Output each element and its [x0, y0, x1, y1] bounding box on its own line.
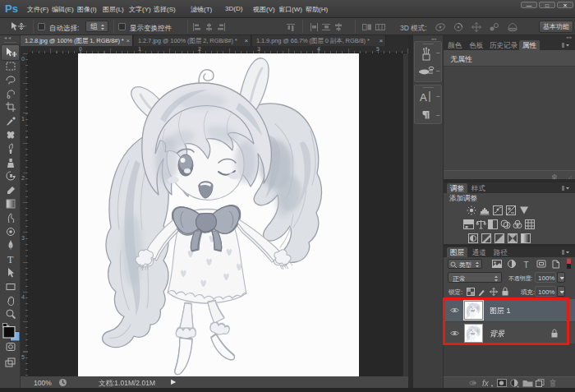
svg-text:T: T — [7, 254, 14, 265]
svg-text:T: T — [524, 261, 529, 270]
svg-text:fx: fx — [482, 379, 490, 387]
svg-text:A: A — [420, 91, 427, 104]
